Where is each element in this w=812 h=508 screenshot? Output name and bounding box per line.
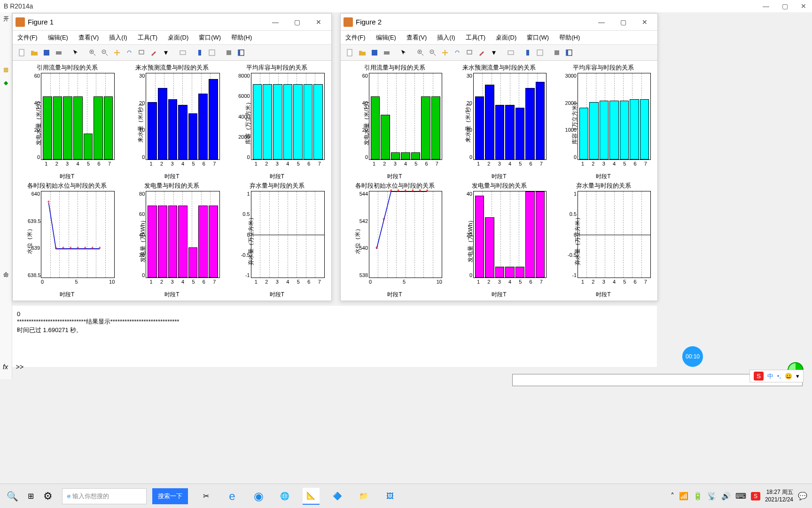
obs-icon[interactable]: ⚙ — [43, 490, 53, 502]
sidebar-kai[interactable]: 开 — [0, 12, 12, 25]
rotate-icon[interactable] — [124, 48, 135, 58]
svg-rect-13 — [372, 50, 377, 56]
subplot: 弃水量与时段的关系弃水量（万立方米）10.50-0.5-11234567时段T — [551, 181, 656, 299]
menu-insert[interactable]: 插入(I) — [437, 33, 455, 42]
tray-wifi-icon[interactable]: 📡 — [707, 492, 717, 500]
menu-help[interactable]: 帮助(H) — [559, 33, 580, 42]
tray-battery-icon[interactable]: 🔋 — [693, 492, 703, 500]
open-icon[interactable] — [357, 48, 368, 58]
open-icon[interactable] — [29, 48, 40, 58]
cmd-line: 时间已过 1.690271 秒。 — [17, 326, 652, 334]
minimize-button[interactable]: — — [761, 2, 771, 10]
close-button[interactable]: ✕ — [308, 15, 329, 30]
pan-icon[interactable] — [439, 48, 451, 58]
link-icon[interactable] — [505, 48, 516, 58]
print-icon[interactable] — [381, 48, 392, 58]
dock-icon[interactable] — [235, 48, 247, 58]
start-icon[interactable]: 🔍 — [7, 491, 18, 502]
menu-help[interactable]: 帮助(H) — [231, 33, 252, 42]
notifications-icon[interactable]: 💬 — [798, 492, 807, 500]
link-icon[interactable] — [177, 48, 188, 58]
menu-desktop[interactable]: 桌面(D) — [496, 33, 516, 42]
minimize-button[interactable]: — — [265, 15, 286, 30]
ime-bar[interactable]: S 中 •, 😀 ▾ — [750, 370, 804, 382]
maximize-button[interactable]: ▢ — [780, 2, 789, 10]
app-icon[interactable]: 🔷 — [329, 488, 346, 505]
save-icon[interactable] — [41, 48, 52, 58]
hide-icon[interactable] — [223, 48, 234, 58]
colorbar-icon[interactable] — [194, 48, 205, 58]
rotate-icon[interactable] — [452, 48, 463, 58]
menu-tools[interactable]: 工具(T) — [138, 33, 158, 42]
menu-file[interactable]: 文件(F) — [345, 33, 366, 42]
menu-view[interactable]: 查看(V) — [78, 33, 99, 42]
ime-s-icon[interactable]: S — [754, 372, 764, 381]
browser-icon[interactable]: 🌐 — [276, 488, 293, 505]
datacursor-icon[interactable] — [136, 48, 147, 58]
close-button[interactable]: ✕ — [634, 15, 656, 30]
tray-up-icon[interactable]: ˄ — [671, 492, 674, 500]
menu-desktop[interactable]: 桌面(D) — [168, 33, 188, 42]
pointer-icon[interactable] — [70, 48, 81, 58]
tray-volume-icon[interactable]: 🔊 — [721, 492, 731, 500]
edge-icon[interactable]: ◉ — [250, 488, 267, 505]
zoom-in-icon[interactable] — [87, 48, 98, 58]
pan-icon[interactable] — [111, 48, 123, 58]
zoom-in-icon[interactable] — [415, 48, 426, 58]
print-icon[interactable] — [53, 48, 64, 58]
ime-lang[interactable]: 中 — [767, 372, 773, 381]
menu-edit[interactable]: 编辑(E) — [376, 33, 396, 42]
search-input[interactable]: e 输入你想搜的 — [62, 488, 147, 504]
menu-insert[interactable]: 插入(I) — [109, 33, 127, 42]
zoom-out-icon[interactable] — [427, 48, 438, 58]
close-button[interactable]: ✕ — [799, 2, 808, 10]
menu-tools[interactable]: 工具(T) — [466, 33, 486, 42]
menu-edit[interactable]: 编辑(E) — [48, 33, 68, 42]
menu-window[interactable]: 窗口(W) — [199, 33, 221, 42]
hide-icon[interactable] — [551, 48, 562, 58]
dock-icon[interactable] — [563, 48, 575, 58]
ime-more-icon[interactable]: ▾ — [796, 373, 799, 380]
figure-title: Figure 2 — [356, 18, 591, 26]
datacursor-icon[interactable] — [464, 48, 475, 58]
save-icon[interactable] — [369, 48, 380, 58]
ime-emoji-icon[interactable]: 😀 — [785, 373, 792, 380]
dropdown-icon[interactable]: ▾ — [160, 48, 172, 58]
menu-window[interactable]: 窗口(W) — [527, 33, 549, 42]
new-icon[interactable] — [16, 48, 28, 58]
svg-rect-5 — [139, 50, 144, 54]
legend-icon[interactable] — [206, 48, 218, 58]
maximize-button[interactable]: ▢ — [612, 15, 634, 30]
cmd-line: *****************************结果显示*******… — [17, 318, 652, 326]
toolbar: ▾ — [341, 45, 657, 61]
dropdown-icon[interactable]: ▾ — [488, 48, 500, 58]
svg-rect-19 — [526, 50, 529, 56]
menu-view[interactable]: 查看(V) — [406, 33, 427, 42]
subplot: 来水预测流量与时段的关系来水量（米/秒）30201001234567时段T — [119, 63, 224, 181]
photos-icon[interactable]: 🖼 — [382, 488, 398, 505]
maximize-button[interactable]: ▢ — [286, 15, 308, 30]
pointer-icon[interactable] — [398, 48, 409, 58]
command-window[interactable]: 0 *****************************结果显示*****… — [12, 306, 657, 367]
menu-file[interactable]: 文件(F) — [17, 33, 38, 42]
brush-icon[interactable] — [476, 48, 487, 58]
subplot: 来水预测流量与时段的关系来水量（米/秒）30201001234567时段T — [447, 63, 551, 181]
search-button[interactable]: 搜索一下 — [152, 488, 188, 504]
minimize-button[interactable]: — — [591, 15, 612, 30]
explorer-icon[interactable]: 📁 — [355, 488, 372, 505]
tray-ime-icon[interactable]: ⌨ — [735, 492, 746, 500]
task-view-icon[interactable]: ⊞ — [28, 492, 34, 500]
ime-s-tray-icon[interactable]: S — [751, 492, 760, 500]
colorbar-icon[interactable] — [522, 48, 533, 58]
snip-icon[interactable]: ✂ — [197, 488, 214, 505]
matlab-taskbar-icon[interactable]: 📐 — [303, 488, 320, 505]
clock[interactable]: 18:27 周五 2021/12/24 — [765, 489, 793, 503]
tray-bluetooth-icon[interactable]: 📶 — [679, 492, 688, 500]
new-icon[interactable] — [344, 48, 356, 58]
ie-icon[interactable]: e — [224, 488, 241, 505]
brush-icon[interactable] — [148, 48, 159, 58]
svg-rect-7 — [198, 50, 201, 56]
zoom-out-icon[interactable] — [99, 48, 110, 58]
legend-icon[interactable] — [534, 48, 546, 58]
subplot: 弃水量与时段的关系弃水量（万立方米）10.50-0.5-11234567时段T — [225, 181, 329, 299]
